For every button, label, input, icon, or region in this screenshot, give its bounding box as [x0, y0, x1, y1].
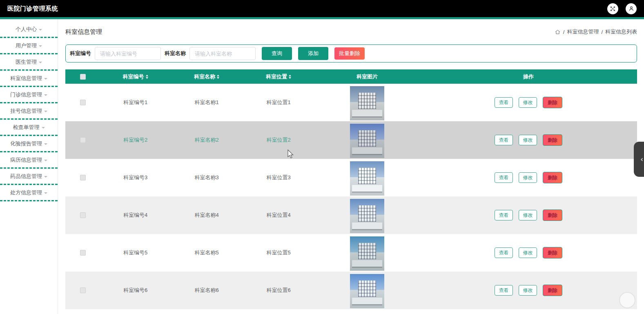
row-checkbox[interactable] [80, 100, 86, 105]
dept-no-input[interactable] [95, 47, 161, 60]
view-button[interactable]: 查看 [495, 97, 513, 108]
sidebar-item-label: 个人中心 [16, 26, 37, 33]
dept-location-cell: 科室位置4 [243, 212, 314, 219]
breadcrumb-item-management[interactable]: 科室信息管理 [567, 28, 599, 36]
sidebar: 个人中心 用户管理 医生管理 科室信息管理 门诊信息管理 挂号信息管理 检查单管… [0, 19, 58, 314]
row-checkbox[interactable] [80, 250, 86, 256]
sort-icon[interactable] [289, 75, 291, 79]
edit-button[interactable]: 修改 [519, 210, 537, 220]
fullscreen-icon[interactable] [607, 3, 618, 14]
edit-button[interactable]: 修改 [519, 172, 537, 183]
app-title: 医院门诊管理系统 [7, 5, 58, 13]
edit-button[interactable]: 修改 [519, 247, 537, 258]
view-button[interactable]: 查看 [495, 210, 513, 220]
breadcrumb: / 科室信息管理 / 科室信息列表 [555, 28, 637, 36]
caret-down-icon [44, 94, 47, 96]
page-title: 科室信息管理 [65, 28, 102, 36]
dept-no-cell: 科室编号3 [100, 174, 171, 181]
dept-image [350, 274, 384, 308]
delete-button[interactable]: 删除 [543, 97, 562, 108]
view-button[interactable]: 查看 [495, 247, 513, 258]
sidebar-item-personal-center[interactable]: 个人中心 [0, 22, 58, 38]
dept-name-cell: 科室名称5 [171, 249, 243, 256]
sort-icon[interactable] [146, 75, 148, 79]
topbar: 医院门诊管理系统 [0, 0, 644, 17]
dept-no-cell: 科室编号1 [100, 99, 171, 106]
table-row: 科室编号6 科室名称6 科室位置6 查看 修改 删除 [65, 272, 637, 309]
home-icon[interactable] [555, 29, 561, 35]
table-row: 科室编号5 科室名称5 科室位置5 查看 修改 删除 [65, 234, 637, 272]
table-header-row: 科室编号 科室名称 科室位置 科室图片 操作 [65, 69, 637, 84]
chevron-left-icon: ‹ [640, 155, 643, 163]
view-button[interactable]: 查看 [495, 172, 513, 183]
sidebar-item-label: 检查单管理 [13, 124, 40, 131]
delete-button[interactable]: 删除 [543, 172, 562, 183]
sidebar-item-label: 门诊信息管理 [10, 91, 42, 98]
user-icon[interactable] [626, 3, 637, 14]
sidebar-item-label: 科室信息管理 [10, 75, 42, 82]
dept-name-label: 科室名称 [165, 50, 186, 57]
add-button[interactable]: 添加 [298, 47, 328, 60]
sidebar-item-checklist-management[interactable]: 检查单管理 [0, 120, 58, 136]
header-operation: 操作 [420, 73, 637, 80]
delete-button[interactable]: 删除 [543, 134, 562, 146]
caret-down-icon [44, 111, 47, 112]
dept-location-cell: 科室位置6 [243, 287, 314, 294]
select-all-checkbox[interactable] [80, 74, 86, 80]
sidebar-item-medical-record[interactable]: 病历信息管理 [0, 152, 58, 169]
table-row: 科室编号4 科室名称4 科室位置4 查看 修改 删除 [65, 196, 637, 234]
drawer-toggle[interactable]: ‹ [634, 142, 644, 177]
row-checkbox[interactable] [80, 287, 86, 293]
edit-button[interactable]: 修改 [519, 97, 537, 108]
caret-down-icon [44, 192, 47, 194]
dept-name-input[interactable] [189, 47, 256, 60]
header-dept-name[interactable]: 科室名称 [171, 73, 243, 80]
sidebar-item-lab-report[interactable]: 化验报告管理 [0, 136, 58, 152]
dept-location-cell: 科室位置3 [243, 174, 314, 181]
dept-image [350, 199, 384, 233]
delete-button[interactable]: 删除 [543, 247, 562, 258]
sidebar-item-doctor-management[interactable]: 医生管理 [0, 54, 58, 71]
department-table: 科室编号 科室名称 科室位置 科室图片 操作 [65, 69, 637, 309]
caret-down-icon [39, 29, 42, 31]
header-dept-location[interactable]: 科室位置 [243, 73, 314, 80]
search-panel: 科室编号 科室名称 查询 添加 批量删除 [65, 45, 637, 62]
edit-button[interactable]: 修改 [519, 135, 537, 145]
dept-no-label: 科室编号 [70, 50, 91, 57]
sidebar-item-user-management[interactable]: 用户管理 [0, 38, 58, 54]
dept-no-cell: 科室编号6 [100, 287, 171, 294]
sidebar-item-label: 医生管理 [16, 58, 37, 66]
dept-location-cell: 科室位置2 [243, 136, 314, 144]
sidebar-item-label: 病历信息管理 [10, 156, 42, 164]
view-button[interactable]: 查看 [495, 135, 513, 145]
sidebar-item-label: 用户管理 [16, 42, 37, 49]
sidebar-item-registration-info[interactable]: 挂号信息管理 [0, 103, 58, 120]
sidebar-item-label: 处方信息管理 [10, 189, 42, 196]
header-dept-no[interactable]: 科室编号 [100, 73, 171, 80]
dept-name-cell: 科室名称1 [171, 99, 243, 106]
dept-image [350, 124, 384, 158]
breadcrumb-item-list[interactable]: 科室信息列表 [605, 28, 637, 36]
sidebar-item-label: 化验报告管理 [10, 140, 42, 147]
edit-button[interactable]: 修改 [519, 285, 537, 296]
sidebar-item-outpatient-info[interactable]: 门诊信息管理 [0, 87, 58, 103]
batch-delete-button[interactable]: 批量删除 [334, 47, 365, 60]
row-checkbox[interactable] [80, 137, 86, 143]
row-checkbox[interactable] [80, 212, 86, 218]
query-button[interactable]: 查询 [262, 47, 292, 60]
dept-name-cell: 科室名称3 [171, 174, 243, 181]
delete-button[interactable]: 删除 [543, 285, 562, 296]
breadcrumb-separator: / [563, 29, 565, 35]
sidebar-item-drug-info[interactable]: 药品信息管理 [0, 169, 58, 185]
sidebar-item-prescription-info[interactable]: 处方信息管理 [0, 185, 58, 201]
sidebar-item-department-info[interactable]: 科室信息管理 [0, 71, 58, 87]
view-button[interactable]: 查看 [495, 285, 513, 296]
caret-down-icon [39, 45, 42, 47]
dept-no-cell: 科室编号5 [100, 249, 171, 256]
caret-down-icon [39, 62, 42, 63]
delete-button[interactable]: 删除 [543, 209, 562, 221]
table-row: 科室编号2 科室名称2 科室位置2 查看 修改 删除 [65, 121, 637, 159]
row-checkbox[interactable] [80, 175, 86, 180]
scroll-fab[interactable] [619, 292, 635, 308]
sort-icon[interactable] [217, 75, 219, 79]
